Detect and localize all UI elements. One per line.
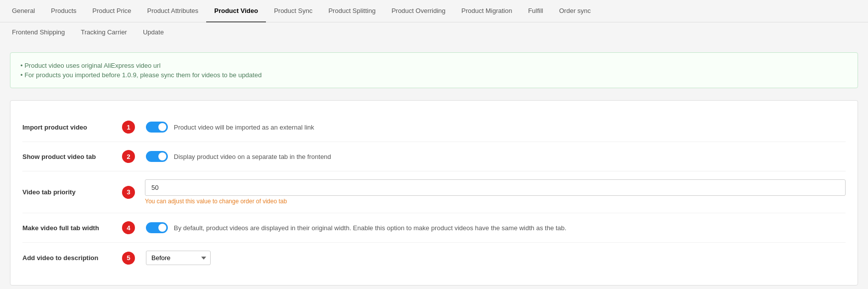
tab-general[interactable]: General bbox=[4, 0, 43, 22]
number-input-video-tab-priority[interactable] bbox=[145, 179, 846, 196]
setting-label-make-video-full-tab-width: Make video full tab width bbox=[22, 224, 122, 232]
info-box: Product video uses original AliExpress v… bbox=[10, 52, 858, 88]
tabs-row-1: GeneralProductsProduct PriceProduct Attr… bbox=[0, 0, 868, 22]
tab-product-video[interactable]: Product Video bbox=[206, 0, 266, 22]
info-line: For products you imported before 1.0.9, … bbox=[20, 70, 848, 80]
info-line: Product video uses original AliExpress v… bbox=[20, 61, 848, 70]
setting-desc-make-video-full-tab-width: By default, product videos are displayed… bbox=[174, 224, 566, 232]
setting-row-video-tab-priority: Video tab priority 3 You can adjust this… bbox=[22, 171, 846, 213]
tab-order-sync[interactable]: Order sync bbox=[551, 0, 599, 22]
setting-row-make-video-full-tab-width: Make video full tab width 4 By default, … bbox=[22, 213, 846, 243]
tab-update[interactable]: Update bbox=[135, 22, 172, 43]
info-list: Product video uses original AliExpress v… bbox=[20, 61, 848, 80]
select-add-video-to-description[interactable]: BeforeAfterNone bbox=[146, 251, 211, 265]
badge-show-product-video-tab: 2 bbox=[122, 150, 135, 163]
tab-product-price[interactable]: Product Price bbox=[85, 0, 139, 22]
tabs-row-2: Frontend ShippingTracking CarrierUpdate bbox=[0, 22, 868, 42]
setting-label-video-tab-priority: Video tab priority bbox=[22, 188, 122, 196]
tab-product-migration[interactable]: Product Migration bbox=[454, 0, 520, 22]
badge-make-video-full-tab-width: 4 bbox=[122, 221, 135, 234]
badge-video-tab-priority: 3 bbox=[122, 186, 135, 199]
input-hint-video-tab-priority: You can adjust this value to change orde… bbox=[145, 198, 846, 205]
setting-row-import-product-video: Import product video 1 Product video wil… bbox=[22, 113, 846, 142]
toggle-show-product-video-tab[interactable] bbox=[146, 151, 168, 162]
tab-frontend-shipping[interactable]: Frontend Shipping bbox=[4, 22, 73, 43]
tab-product-overriding[interactable]: Product Overriding bbox=[383, 0, 453, 22]
setting-desc-import-product-video: Product video will be imported as an ext… bbox=[174, 124, 314, 131]
tab-product-attributes[interactable]: Product Attributes bbox=[139, 0, 207, 22]
settings-section: Import product video 1 Product video wil… bbox=[10, 100, 858, 286]
toggle-make-video-full-tab-width[interactable] bbox=[146, 222, 168, 233]
tab-fulfill[interactable]: Fulfill bbox=[520, 0, 551, 22]
tab-products[interactable]: Products bbox=[43, 0, 84, 22]
setting-label-import-product-video: Import product video bbox=[22, 124, 122, 131]
setting-row-show-product-video-tab: Show product video tab 2 Display product… bbox=[22, 142, 846, 171]
toggle-slider-make-video-full-tab-width bbox=[146, 222, 168, 233]
toggle-import-product-video[interactable] bbox=[146, 122, 168, 133]
setting-row-add-video-to-description: Add video to description 5 BeforeAfterNo… bbox=[22, 243, 846, 273]
tab-tracking-carrier[interactable]: Tracking Carrier bbox=[73, 22, 135, 43]
tab-product-sync[interactable]: Product Sync bbox=[266, 0, 320, 22]
content-area: Product video uses original AliExpress v… bbox=[0, 42, 868, 289]
tab-product-splitting[interactable]: Product Splitting bbox=[320, 0, 383, 22]
setting-label-show-product-video-tab: Show product video tab bbox=[22, 153, 122, 160]
toggle-slider-import-product-video bbox=[146, 122, 168, 133]
tabs-container: GeneralProductsProduct PriceProduct Attr… bbox=[0, 0, 868, 42]
toggle-slider-show-product-video-tab bbox=[146, 151, 168, 162]
badge-import-product-video: 1 bbox=[122, 121, 135, 134]
badge-add-video-to-description: 5 bbox=[122, 252, 135, 265]
setting-desc-show-product-video-tab: Display product video on a separate tab … bbox=[174, 153, 331, 160]
setting-label-add-video-to-description: Add video to description bbox=[22, 254, 122, 262]
